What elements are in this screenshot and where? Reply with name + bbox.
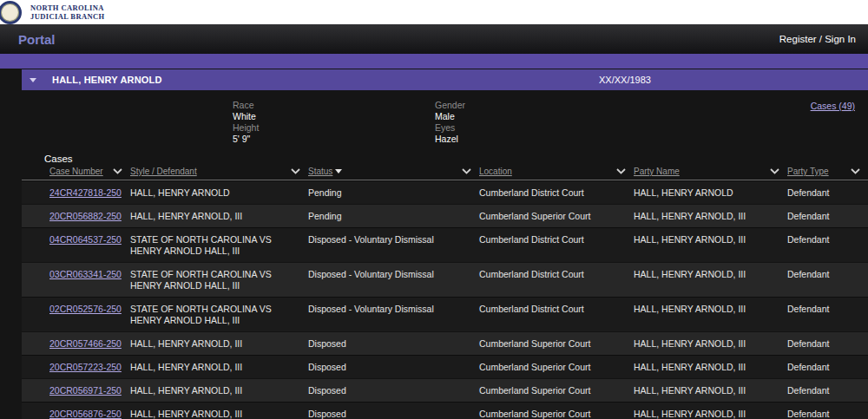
party-type-cell: Defendant — [787, 356, 868, 378]
status-cell: Disposed — [308, 379, 479, 402]
case-number-link[interactable]: 20CR057223-250 — [49, 362, 122, 372]
party-name-cell: HALL, HENRY ARNOLD, III — [634, 298, 787, 331]
party-type-cell: Defendant — [787, 263, 868, 297]
cases-heading: Cases — [22, 147, 868, 165]
gender-value: Male — [435, 111, 465, 122]
table-row: 20CR056971-250 HALL, HENRY ARNOLD, III D… — [22, 378, 868, 402]
status-cell: Disposed - Voluntary Dismissal — [308, 298, 479, 331]
party-type-header-label[interactable]: Party Type — [787, 167, 829, 176]
style-defendant-cell: HALL, HENRY ARNOLD, III — [130, 356, 308, 378]
party-name-column-menu-chevron-icon[interactable] — [770, 168, 779, 174]
location-cell: Cumberland Superior Court — [479, 379, 634, 402]
location-cell: Cumberland District Court — [479, 228, 634, 262]
table-row: 03CR063341-250 STATE OF NORTH CAROLINA V… — [22, 262, 868, 297]
collapse-caret-icon[interactable] — [30, 78, 36, 82]
cases-table-body: 24CR427818-250 HALL, HENRY ARNOLD Pendin… — [22, 180, 868, 419]
party-name-cell: HALL, HENRY ARNOLD, III — [634, 332, 787, 355]
register-sign-in-link[interactable]: Register / Sign In — [779, 34, 856, 44]
location-cell: Cumberland Superior Court — [479, 356, 634, 378]
cases-count-link[interactable]: Cases (49) — [811, 101, 855, 111]
height-value: 5' 9" — [233, 134, 259, 145]
style-defendant-header-label[interactable]: Style / Defendant — [130, 167, 197, 176]
location-cell: Cumberland District Court — [479, 298, 634, 331]
status-cell: Disposed — [308, 356, 479, 378]
party-name-cell: HALL, HENRY ARNOLD — [634, 181, 787, 204]
party-name-cell: HALL, HENRY ARNOLD, III — [634, 228, 787, 262]
case-number-link[interactable]: 20CR057466-250 — [49, 338, 122, 349]
location-cell: Cumberland Superior Court — [479, 403, 634, 419]
case-number-column-menu-chevron-icon[interactable] — [113, 168, 122, 174]
portal-title: Portal — [18, 32, 56, 47]
style-defendant-cell: STATE OF NORTH CAROLINA VS HENRY ARNOLD … — [130, 228, 308, 262]
party-type-column-menu-chevron-icon[interactable] — [851, 168, 860, 174]
brand-line2: Judicial Branch — [30, 13, 105, 22]
party-name-cell: HALL, HENRY ARNOLD, III — [634, 263, 787, 297]
location-cell: Cumberland District Court — [479, 181, 634, 204]
party-type-cell: Defendant — [787, 205, 868, 227]
location-cell: Cumberland District Court — [479, 263, 634, 297]
party-type-cell: Defendant — [787, 228, 868, 262]
table-row: 20CR056882-250 HALL, HENRY ARNOLD, III P… — [22, 204, 868, 227]
person-dob: XX/XX/1983 — [599, 75, 651, 85]
status-header-label[interactable]: Status — [308, 167, 332, 176]
eyes-label: Eyes — [435, 122, 465, 134]
location-column-menu-chevron-icon[interactable] — [616, 168, 626, 174]
person-banner[interactable]: HALL, HENRY ARNOLD XX/XX/1983 — [22, 69, 868, 90]
status-cell: Disposed — [308, 403, 479, 419]
status-cell: Disposed — [308, 332, 479, 355]
style-defendant-cell: HALL, HENRY ARNOLD, III — [130, 403, 308, 419]
party-name-cell: HALL, HENRY ARNOLD, III — [634, 379, 787, 402]
party-type-cell: Defendant — [787, 298, 868, 331]
accent-strip — [0, 54, 868, 69]
race-label: Race — [233, 100, 259, 111]
style-defendant-cell: HALL, HENRY ARNOLD, III — [130, 332, 308, 355]
column-header-case-number: Case Number — [49, 167, 130, 176]
case-number-link[interactable]: 03CR063341-250 — [49, 269, 122, 279]
case-number-link[interactable]: 02CR052576-250 — [49, 304, 122, 314]
nc-judicial-seal-icon — [0, 1, 22, 24]
brand-text: North Carolina Judicial Branch — [30, 4, 105, 21]
details-column-left: Race White Height 5' 9" — [233, 100, 259, 145]
status-sort-descending-icon[interactable] — [335, 169, 342, 173]
case-number-header-label[interactable]: Case Number — [49, 167, 103, 176]
column-header-status: Status — [308, 167, 479, 176]
status-column-menu-chevron-icon[interactable] — [462, 168, 471, 174]
case-number-link[interactable]: 20CR056876-250 — [49, 409, 122, 419]
party-type-cell: Defendant — [787, 332, 868, 355]
case-number-link[interactable]: 04CR064537-250 — [49, 234, 122, 245]
column-header-party-type: Party Type — [787, 167, 868, 176]
brand-bar: North Carolina Judicial Branch — [0, 0, 868, 24]
case-number-link[interactable]: 24CR427818-250 — [49, 187, 122, 198]
table-row: 20CR057466-250 HALL, HENRY ARNOLD, III D… — [22, 331, 868, 355]
table-row: 20CR056876-250 HALL, HENRY ARNOLD, III D… — [22, 402, 868, 419]
gender-label: Gender — [435, 100, 465, 111]
location-cell: Cumberland Superior Court — [479, 205, 634, 227]
status-cell: Disposed - Voluntary Dismissal — [308, 263, 479, 297]
status-cell: Pending — [308, 205, 479, 227]
style-defendant-cell: HALL, HENRY ARNOLD, III — [130, 379, 308, 402]
top-nav-bar: Portal Register / Sign In — [0, 24, 868, 54]
party-name-header-label[interactable]: Party Name — [634, 167, 680, 176]
location-header-label[interactable]: Location — [479, 167, 512, 176]
style-defendant-column-menu-chevron-icon[interactable] — [291, 168, 300, 174]
party-type-cell: Defendant — [787, 403, 868, 419]
table-row: 20CR057223-250 HALL, HENRY ARNOLD, III D… — [22, 355, 868, 378]
style-defendant-cell: STATE OF NORTH CAROLINA VS HENRY ARNOLD … — [130, 298, 308, 331]
status-cell: Disposed - Voluntary Dismissal — [308, 228, 479, 262]
case-number-link[interactable]: 20CR056971-250 — [49, 385, 122, 396]
cases-table-header: Case Number Style / Defendant Status Loc… — [22, 165, 868, 180]
height-label: Height — [233, 122, 259, 134]
status-cell: Pending — [308, 181, 479, 204]
case-number-link[interactable]: 20CR056882-250 — [49, 211, 122, 221]
table-row: 02CR052576-250 STATE OF NORTH CAROLINA V… — [22, 297, 868, 331]
style-defendant-cell: STATE OF NORTH CAROLINA VS HENRY ARNOLD … — [130, 263, 308, 297]
style-defendant-cell: HALL, HENRY ARNOLD, III — [130, 205, 308, 227]
party-type-cell: Defendant — [787, 379, 868, 402]
location-cell: Cumberland Superior Court — [479, 332, 634, 355]
column-header-style-defendant: Style / Defendant — [130, 167, 308, 176]
table-row: 04CR064537-250 STATE OF NORTH CAROLINA V… — [22, 227, 868, 262]
cases-section: Cases Case Number Style / Defendant Stat… — [22, 147, 868, 419]
person-details: Race White Height 5' 9" Gender Male Eyes… — [0, 90, 868, 147]
column-header-party-name: Party Name — [634, 167, 787, 176]
party-name-cell: HALL, HENRY ARNOLD, III — [634, 403, 787, 419]
